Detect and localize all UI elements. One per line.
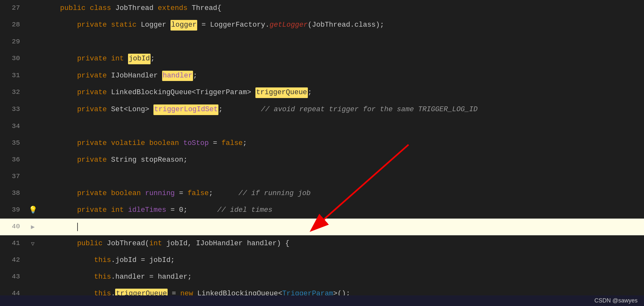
gutter-41: ▽ <box>26 235 40 252</box>
code-line-32: 32 private LinkedBlockingQueue<TriggerPa… <box>0 84 644 101</box>
gutter-27 <box>26 0 40 17</box>
code-content-40 <box>40 219 644 235</box>
code-content-30: private int jobId; <box>40 50 644 68</box>
arrow-right-icon: ▶ <box>31 223 35 231</box>
code-content-38: private boolean running = false; // if r… <box>40 185 644 202</box>
footer: CSDN @sawyes <box>0 295 644 306</box>
code-content-35: private volatile boolean toStop = false; <box>40 135 644 152</box>
code-line-29: 29 <box>0 34 644 50</box>
gutter-42 <box>26 252 40 269</box>
gutter-43 <box>26 269 40 285</box>
code-line-41: 41 ▽ public JobThread(int jobId, IJobHan… <box>0 235 644 252</box>
code-line-27: 27 public class JobThread extends Thread… <box>0 0 644 17</box>
code-line-39: 39 💡 private int idleTimes = 0; // idel … <box>0 202 644 219</box>
code-content-36: private String stopReason; <box>40 152 644 168</box>
code-line-28: 28 private static Logger logger = Logger… <box>0 17 644 34</box>
highlight-triggerlogidset: triggerLogIdSet <box>153 104 218 115</box>
line-number-27: 27 <box>0 0 26 17</box>
line-number-39: 39 <box>0 202 26 219</box>
line-number-40: 40 <box>0 219 26 235</box>
code-line-43: 43 this.handler = handler; <box>0 269 644 285</box>
code-line-40: 40 ▶ <box>0 219 644 235</box>
gutter-38 <box>26 185 40 202</box>
line-number-33: 33 <box>0 101 26 118</box>
line-number-32: 32 <box>0 84 26 101</box>
gutter-39: 💡 <box>26 202 40 219</box>
code-content-43: this.handler = handler; <box>40 269 644 285</box>
code-line-30: 30 private int jobId; <box>0 50 644 68</box>
code-line-37: 37 <box>0 168 644 185</box>
code-content-41: public JobThread(int jobId, IJobHandler … <box>40 235 644 252</box>
code-line-36: 36 private String stopReason; <box>0 152 644 168</box>
gutter-33 <box>26 101 40 118</box>
code-content-29 <box>40 34 644 50</box>
code-line-31: 31 private IJobHandler handler; <box>0 68 644 85</box>
line-number-41: 41 <box>0 235 26 252</box>
code-content-27: public class JobThread extends Thread{ <box>40 0 644 17</box>
line-number-37: 37 <box>0 168 26 185</box>
gutter-35 <box>26 135 40 152</box>
gutter-28 <box>26 17 40 34</box>
highlight-triggerqueue-32: triggerQueue <box>255 87 308 98</box>
gutter-36 <box>26 152 40 168</box>
line-number-43: 43 <box>0 269 26 285</box>
code-line-38: 38 private boolean running = false; // i… <box>0 185 644 202</box>
line-number-38: 38 <box>0 185 26 202</box>
gutter-32 <box>26 84 40 101</box>
code-editor: 27 public class JobThread extends Thread… <box>0 0 644 306</box>
code-content-34 <box>40 118 644 135</box>
fold-icon: ▽ <box>31 240 35 247</box>
bulb-icon: 💡 <box>29 206 37 214</box>
code-content-42: this.jobId = jobId; <box>40 252 644 269</box>
code-content-37 <box>40 168 644 185</box>
code-line-35: 35 private volatile boolean toStop = fal… <box>0 135 644 152</box>
footer-text: CSDN @sawyes <box>594 297 638 304</box>
highlight-jobid: jobId <box>128 54 151 64</box>
gutter-30 <box>26 50 40 68</box>
code-content-31: private IJobHandler handler; <box>40 68 644 85</box>
code-line-42: 42 this.jobId = jobId; <box>0 252 644 269</box>
line-number-42: 42 <box>0 252 26 269</box>
gutter-29 <box>26 34 40 50</box>
line-number-30: 30 <box>0 50 26 68</box>
line-number-29: 29 <box>0 34 26 50</box>
highlight-handler: handler <box>162 71 193 81</box>
line-number-31: 31 <box>0 68 26 85</box>
code-content-32: private LinkedBlockingQueue<TriggerParam… <box>40 84 644 101</box>
gutter-31 <box>26 68 40 85</box>
code-content-28: private static Logger logger = LoggerFac… <box>40 17 644 34</box>
code-line-34: 34 <box>0 118 644 135</box>
gutter-40: ▶ <box>26 219 40 235</box>
line-number-34: 34 <box>0 118 26 135</box>
line-number-28: 28 <box>0 17 26 34</box>
highlight-logger: logger <box>170 20 197 31</box>
line-number-35: 35 <box>0 135 26 152</box>
code-line-33: 33 private Set<Long> triggerLogIdSet; //… <box>0 101 644 118</box>
text-cursor <box>77 223 78 231</box>
line-number-36: 36 <box>0 152 26 168</box>
gutter-37 <box>26 168 40 185</box>
code-content-39: private int idleTimes = 0; // idel times <box>40 202 644 219</box>
gutter-34 <box>26 118 40 135</box>
code-content-33: private Set<Long> triggerLogIdSet; // av… <box>40 101 644 118</box>
